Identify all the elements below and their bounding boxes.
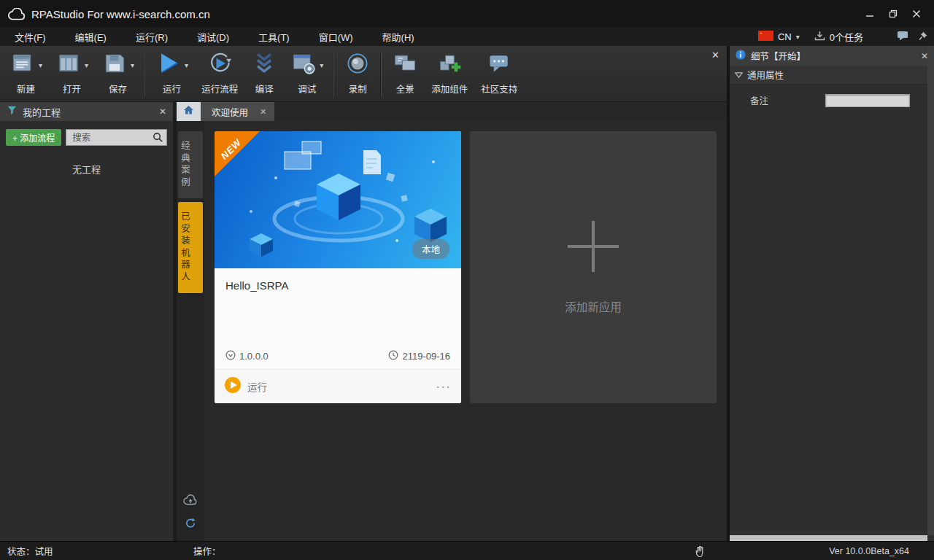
note-label: 备注 xyxy=(750,93,768,107)
chevron-down-icon[interactable]: ▾ xyxy=(131,61,134,69)
add-component-icon xyxy=(436,50,463,79)
minimize-button[interactable] xyxy=(860,5,880,23)
language-selector[interactable]: CN ▾ xyxy=(754,31,804,43)
clock-icon xyxy=(388,350,398,362)
language-label: CN xyxy=(778,31,792,42)
chevron-down-icon[interactable]: ▾ xyxy=(185,61,188,69)
left-column: ▾ 新建 ▾ 打开 ▾ 保存 ▾ 运行 运行流程 xyxy=(0,46,727,541)
add-app-label: 添加新应用 xyxy=(565,298,622,314)
app-version: 1.0.0.0 xyxy=(225,350,269,362)
main-area: 欢迎使用 ✕ 经典案例 已安装机器人 xyxy=(177,102,727,541)
sidebar-tools: + 添加流程 xyxy=(0,121,173,150)
record-button[interactable]: 录制 xyxy=(338,51,377,96)
tasks-count-label: 0个任务 xyxy=(830,30,863,44)
add-flow-button[interactable]: + 添加流程 xyxy=(6,129,61,146)
tab-welcome-label: 欢迎使用 xyxy=(212,105,248,119)
panel-vertical-scrollbar[interactable] xyxy=(927,46,934,535)
tab-bar: 欢迎使用 ✕ xyxy=(177,102,727,121)
expander-triangle-icon xyxy=(735,70,743,80)
open-grid-icon xyxy=(55,50,82,79)
play-circle-icon xyxy=(225,377,241,396)
community-button[interactable]: 社区支持 xyxy=(474,51,524,96)
new-button[interactable]: ▾ 新建 xyxy=(3,51,49,96)
app-date: 2119-09-16 xyxy=(388,350,450,362)
menu-window[interactable]: 窗口(W) xyxy=(304,28,368,46)
run-flow-button[interactable]: 运行流程 xyxy=(195,51,244,96)
cloud-logo-icon xyxy=(7,8,26,20)
date-label: 2119-09-16 xyxy=(402,351,450,362)
workspace: ▾ 新建 ▾ 打开 ▾ 保存 ▾ 运行 运行流程 xyxy=(0,46,934,541)
tab-home[interactable] xyxy=(177,102,201,121)
pin-icon[interactable] xyxy=(919,31,928,43)
chevron-down-icon[interactable]: ▾ xyxy=(796,33,800,41)
close-button[interactable] xyxy=(906,5,927,23)
plus-icon xyxy=(568,221,619,272)
add-component-button[interactable]: 添加组件 xyxy=(425,51,474,96)
toolbar-close-icon[interactable]: ✕ xyxy=(711,50,719,61)
run-button[interactable]: ▾ 运行 xyxy=(149,51,195,96)
window-title: RPAStudio For www.i-search.com.cn xyxy=(31,8,210,20)
status-bar: 状态：试用 操作： Ver 10.0.0Beta_x64 xyxy=(0,541,934,560)
chevron-down-icon[interactable]: ▾ xyxy=(85,61,88,69)
more-menu-icon[interactable]: ··· xyxy=(436,379,451,394)
panorama-button[interactable]: 全景 xyxy=(385,51,425,96)
version-build-label: Ver 10.0.0Beta_x64 xyxy=(829,546,934,556)
app-window: RPAStudio For www.i-search.com.cn 文件(F) … xyxy=(0,0,934,560)
toolbar-separator xyxy=(144,53,145,97)
menu-run[interactable]: 运行(R) xyxy=(121,28,182,46)
cloud-upload-icon[interactable] xyxy=(183,494,198,509)
menu-help[interactable]: 帮助(H) xyxy=(368,28,429,46)
compile-chevrons-icon xyxy=(251,50,277,79)
version-label: 1.0.0.0 xyxy=(239,351,269,362)
menu-tools[interactable]: 工具(T) xyxy=(244,28,304,46)
menu-debug[interactable]: 调试(D) xyxy=(182,28,244,46)
menu-edit[interactable]: 编辑(E) xyxy=(61,28,121,46)
refresh-icon[interactable] xyxy=(185,517,197,532)
window-controls xyxy=(860,5,927,23)
tab-installed-robots[interactable]: 已安装机器人 xyxy=(178,202,203,293)
run-app-button[interactable]: 运行 xyxy=(225,377,267,396)
sidebar-close-icon[interactable]: ✕ xyxy=(159,106,166,117)
common-properties-label: 通用属性 xyxy=(747,68,784,82)
body-row: 我的工程 ✕ + 添加流程 无工程 xyxy=(0,102,727,541)
details-panel: 细节【开始】 ✕ 通用属性 备注 xyxy=(730,46,934,541)
add-app-card[interactable]: 添加新应用 xyxy=(470,131,717,403)
common-properties-section[interactable]: 通用属性 xyxy=(730,66,934,85)
open-button[interactable]: ▾ 打开 xyxy=(49,51,95,96)
empty-projects-label: 无工程 xyxy=(0,162,173,176)
screens-icon xyxy=(392,50,418,79)
app-card-footer: 运行 ··· xyxy=(215,369,461,403)
feedback-chat-icon[interactable] xyxy=(897,31,908,43)
cn-flag-icon xyxy=(758,31,773,43)
note-input[interactable] xyxy=(825,94,910,107)
panel-horizontal-scrollbar[interactable] xyxy=(730,535,927,541)
chevron-down-icon[interactable]: ▾ xyxy=(39,61,42,69)
record-sphere-icon xyxy=(344,50,371,79)
menu-file[interactable]: 文件(F) xyxy=(0,28,61,46)
app-card-image[interactable]: NEW 本地 xyxy=(215,131,461,268)
app-meta: 1.0.0.0 2119-09-16 xyxy=(225,350,450,362)
restore-button[interactable] xyxy=(883,5,903,23)
compile-button[interactable]: 编译 xyxy=(244,51,284,96)
chevron-down-icon[interactable]: ▾ xyxy=(320,61,323,69)
run-label: 运行 xyxy=(247,379,267,394)
tab-welcome[interactable]: 欢迎使用 ✕ xyxy=(201,102,274,121)
welcome-content: NEW 本地 Hello_ISRPA xyxy=(204,121,727,541)
app-card: NEW 本地 Hello_ISRPA xyxy=(215,131,461,403)
version-icon xyxy=(225,350,236,362)
task-download-status[interactable]: 0个任务 xyxy=(814,30,863,44)
tab-classic-cases[interactable]: 经典案例 xyxy=(178,131,203,198)
sidebar-title: 我的工程 xyxy=(23,105,154,119)
debug-window-icon xyxy=(290,50,317,79)
save-floppy-icon xyxy=(101,50,128,79)
vertical-tab-strip: 经典案例 已安装机器人 xyxy=(177,121,204,541)
debug-button[interactable]: ▾ 调试 xyxy=(284,51,330,96)
tab-close-icon[interactable]: ✕ xyxy=(260,107,266,117)
new-document-icon xyxy=(9,50,36,79)
app-name: Hello_ISRPA xyxy=(225,279,450,292)
hand-icon xyxy=(695,545,706,559)
info-icon xyxy=(736,50,746,63)
save-button[interactable]: ▾ 保存 xyxy=(95,51,141,96)
status-operation-label: 操作： xyxy=(193,544,221,558)
search-icon[interactable] xyxy=(153,132,163,146)
